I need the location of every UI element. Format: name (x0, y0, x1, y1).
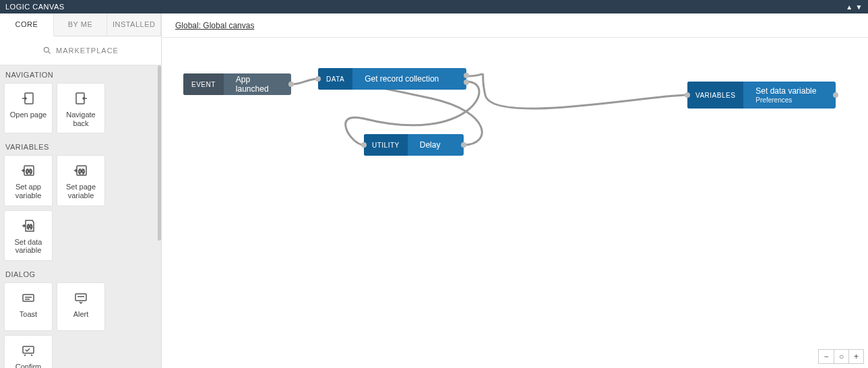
zoom-controls: − ○ + (818, 349, 864, 364)
section-variables-header: VARIABLES (0, 137, 161, 155)
svg-line-1 (49, 52, 51, 54)
confirm-icon (20, 342, 36, 359)
svg-rect-9 (23, 295, 34, 301)
node-sublabel: Preferences (755, 96, 816, 104)
collapse-down-icon[interactable]: ▼ (856, 3, 863, 11)
svg-text:(x): (x) (78, 168, 85, 174)
svg-text:(x): (x) (27, 224, 32, 229)
node-tag: EVENT (183, 73, 224, 95)
title-bar: LOGIC CANVAS ▲ ▼ (0, 0, 868, 13)
breadcrumb: Global: Global canvas (162, 13, 868, 38)
node-tag: DATA (318, 68, 352, 90)
canvas-area: Global: Global canvas EVENT App launched… (162, 13, 868, 368)
output-port-2[interactable] (464, 80, 469, 85)
panel-title: LOGIC CANVAS (5, 3, 846, 11)
node-tag: VARIABLES (687, 82, 743, 109)
logic-canvas[interactable]: EVENT App launched DATA Get record colle… (162, 38, 868, 368)
node-event-app-launched[interactable]: EVENT App launched (183, 73, 291, 95)
section-navigation-header: NAVIGATION (0, 65, 161, 83)
node-data-get-record-collection[interactable]: DATA Get record collection (318, 68, 466, 90)
svg-text:(x): (x) (26, 168, 32, 174)
tile-set-page-variable[interactable]: (x) Set page variable (57, 155, 105, 206)
svg-rect-12 (75, 294, 86, 301)
input-port[interactable] (685, 92, 690, 98)
open-page-icon (20, 90, 36, 106)
output-port-1[interactable] (464, 73, 469, 78)
node-label: Delay (420, 140, 441, 150)
zoom-reset-button[interactable]: ○ (834, 350, 848, 363)
collapse-up-icon[interactable]: ▲ (846, 3, 852, 11)
tile-set-app-variable[interactable]: (x) Set app variable (4, 155, 53, 206)
marketplace-link[interactable]: MARKETPLACE (0, 36, 161, 65)
node-variables-set-data-variable[interactable]: VARIABLES Set data variable Preferences (687, 82, 836, 109)
input-port[interactable] (361, 142, 367, 148)
navigate-back-icon (73, 90, 89, 106)
tile-open-page[interactable]: Open page (4, 83, 53, 133)
node-label: Get record collection (365, 74, 439, 84)
node-utility-delay[interactable]: UTILITY Delay (364, 134, 464, 156)
search-icon (42, 46, 52, 55)
sidebar-tabs: CORE BY ME INSTALLED (0, 13, 161, 36)
output-port[interactable] (461, 142, 466, 148)
section-dialog-header: DIALOG (0, 265, 161, 282)
toast-icon (20, 290, 36, 306)
zoom-out-button[interactable]: − (819, 350, 834, 363)
set-page-variable-icon: (x) (73, 162, 89, 179)
input-port[interactable] (315, 76, 321, 82)
tile-confirm[interactable]: Confirm (4, 335, 53, 368)
tab-by-me[interactable]: BY ME (54, 13, 108, 36)
zoom-in-button[interactable]: + (848, 350, 863, 363)
tile-navigate-back[interactable]: Navigate back (57, 83, 105, 133)
set-data-variable-icon: (x) (20, 218, 36, 234)
svg-point-0 (44, 47, 49, 52)
node-tag: UTILITY (364, 134, 408, 156)
alert-icon (73, 290, 89, 306)
tile-alert[interactable]: Alert (57, 282, 105, 331)
tab-installed[interactable]: INSTALLED (107, 13, 161, 36)
set-app-variable-icon: (x) (20, 162, 36, 179)
tile-set-data-variable[interactable]: (x) Set data variable (4, 210, 53, 261)
node-label: App launched (236, 75, 279, 94)
output-port[interactable] (833, 92, 838, 98)
output-port[interactable] (288, 82, 294, 87)
tab-core[interactable]: CORE (0, 13, 54, 36)
breadcrumb-link[interactable]: Global: Global canvas (175, 21, 254, 30)
sidebar: CORE BY ME INSTALLED MARKETPLACE NAVIGAT… (0, 13, 162, 368)
marketplace-label: MARKETPLACE (56, 47, 119, 55)
tile-toast[interactable]: Toast (4, 282, 53, 331)
node-label: Set data variable (755, 86, 816, 96)
